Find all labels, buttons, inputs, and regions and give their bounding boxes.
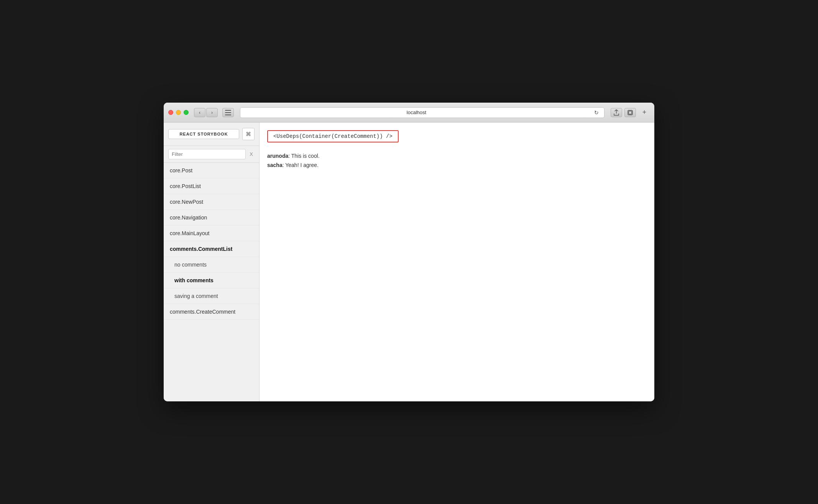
sidebar-item-core-post[interactable]: core.Post (164, 163, 259, 178)
sidebar-item-comments-createcomment[interactable]: comments.CreateComment (164, 304, 259, 320)
storybook-header: REACT STORYBOOK ⌘ (164, 123, 259, 146)
filter-container: X (164, 146, 259, 163)
tabs-button[interactable] (624, 108, 636, 117)
comment-author-1: arunoda (267, 153, 288, 159)
comment-text-1: This is cool. (291, 153, 320, 159)
sidebar-item-core-navigation[interactable]: core.Navigation (164, 210, 259, 226)
sidebar-item-saving-a-comment[interactable]: saving a comment (164, 288, 259, 304)
traffic-lights (168, 110, 189, 115)
comment-line-1: arunoda: This is cool. (267, 152, 647, 160)
new-tab-button[interactable]: + (639, 107, 650, 118)
address-bar[interactable]: localhost ↻ (240, 107, 604, 118)
comment-separator-1: : (288, 153, 291, 159)
sidebar-toggle-button[interactable] (222, 108, 234, 117)
nav-buttons: ‹ › (194, 108, 218, 117)
svg-rect-0 (225, 110, 231, 111)
url-text: localhost (243, 110, 590, 115)
content-panel: <UseDeps(Container(CreateComment)) /> ar… (260, 123, 654, 401)
comment-line-2: sacha: Yeah! I agree. (267, 161, 647, 169)
filter-clear-button[interactable]: X (248, 151, 255, 158)
share-button[interactable] (611, 108, 622, 117)
back-button[interactable]: ‹ (194, 108, 205, 117)
title-bar: ‹ › localhost ↻ (164, 103, 654, 123)
svg-rect-1 (225, 112, 231, 113)
close-button[interactable] (168, 110, 173, 115)
comment-author-2: sacha (267, 162, 283, 168)
svg-rect-4 (629, 111, 632, 114)
sidebar-item-with-comments[interactable]: with comments (164, 273, 259, 288)
sidebar-item-comments-commentlist[interactable]: comments.CommentList (164, 241, 259, 257)
reload-button[interactable]: ↻ (592, 108, 601, 117)
minimize-button[interactable] (176, 110, 181, 115)
comment-text-2: Yeah! I agree. (285, 162, 319, 168)
maximize-button[interactable] (184, 110, 189, 115)
sidebar-item-core-postlist[interactable]: core.PostList (164, 178, 259, 194)
component-badge: <UseDeps(Container(CreateComment)) /> (267, 130, 399, 142)
storybook-title-button[interactable]: REACT STORYBOOK (168, 129, 239, 139)
sidebar-item-no-comments[interactable]: no comments (164, 257, 259, 273)
browser-window: ‹ › localhost ↻ (164, 103, 654, 401)
sidebar-item-core-newpost[interactable]: core.NewPost (164, 194, 259, 210)
sidebar: REACT STORYBOOK ⌘ X core.Post core.PostL… (164, 123, 260, 401)
main-content: REACT STORYBOOK ⌘ X core.Post core.PostL… (164, 123, 654, 401)
svg-rect-2 (225, 115, 231, 115)
toolbar-right (611, 108, 636, 117)
sidebar-item-core-mainlayout[interactable]: core.MainLayout (164, 226, 259, 241)
shortcut-button[interactable]: ⌘ (242, 128, 255, 140)
forward-button[interactable]: › (206, 108, 218, 117)
filter-input[interactable] (168, 149, 246, 159)
